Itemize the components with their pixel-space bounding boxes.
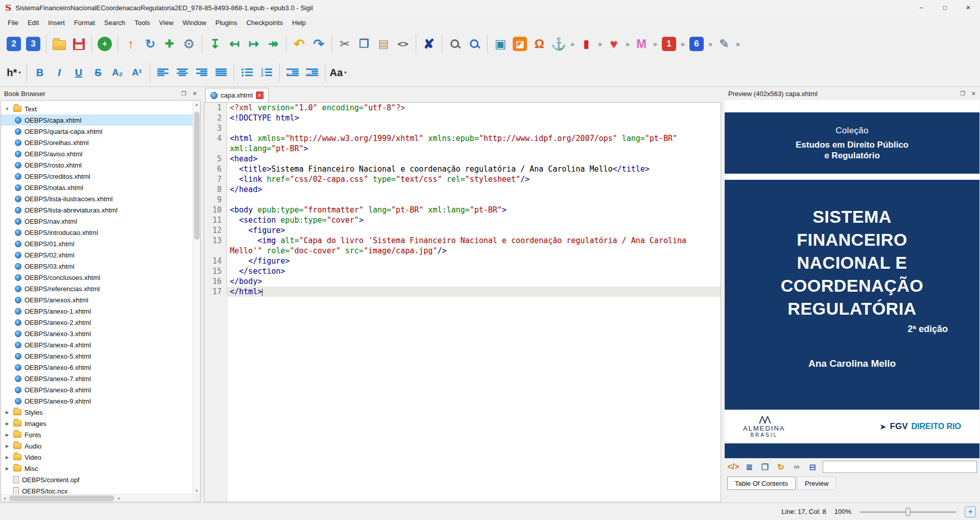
save-icon[interactable]	[69, 33, 88, 55]
menu-format[interactable]: Format	[69, 17, 100, 29]
toolbar-overflow-button[interactable]: »	[568, 40, 577, 48]
tree-item[interactable]: OEBPS/anexos.xhtml	[1, 294, 193, 305]
expand-arrow-icon[interactable]: ▶	[4, 455, 10, 460]
scroll-left-icon[interactable]: ◄	[1, 497, 8, 500]
tree-item[interactable]: OEBPS/anexo-2.xhtml	[1, 317, 193, 328]
toolbar-overflow-button[interactable]: »	[706, 40, 714, 48]
tree-item[interactable]: OEBPS/orelhas.xhtml	[1, 137, 193, 148]
tree-item[interactable]: OEBPS/anexo-3.xhtml	[1, 328, 193, 339]
change-case-button[interactable]: Aa▾	[328, 62, 348, 83]
code-line[interactable]: 14 </figure>	[204, 256, 721, 266]
tree-item[interactable]: OEBPS/aviso.xhtml	[1, 148, 193, 159]
code-editor[interactable]: 1<?xml version="1.0" encoding="utf-8"?>2…	[204, 102, 721, 502]
code-line[interactable]: 9	[204, 195, 721, 205]
preview-copy-icon[interactable]: ❐	[759, 461, 771, 473]
book-epub3-icon[interactable]: 3	[23, 33, 43, 55]
tree-item[interactable]: OEBPS/introducao.xhtml	[1, 227, 193, 238]
expand-arrow-icon[interactable]: ▶	[4, 466, 10, 471]
menu-tools[interactable]: Tools	[130, 17, 154, 29]
scroll-up-icon[interactable]: ▲	[193, 101, 200, 108]
tree-folder-video[interactable]: ▶Video	[1, 452, 193, 463]
tree-folder-images[interactable]: ▶Images	[1, 418, 193, 429]
tree-item[interactable]: OEBPS/anexo-5.xhtml	[1, 350, 193, 362]
tree-item[interactable]: OEBPS/rosto.xhtml	[1, 159, 193, 171]
bold-button[interactable]: B	[30, 62, 50, 83]
undo-icon[interactable]: ↶	[290, 33, 309, 55]
redo-icon[interactable]: ↷	[309, 33, 328, 55]
tree-item[interactable]: OEBPS/capa.xhtml	[1, 114, 193, 126]
tree-folder-audio[interactable]: ▶Audio	[1, 440, 193, 452]
tree-item[interactable]: OEBPS/content.opf	[1, 474, 193, 485]
tree-item[interactable]: OEBPS/anexo-4.xhtml	[1, 339, 193, 350]
toolbar-overflow-button[interactable]: »	[651, 40, 659, 48]
superscript-button[interactable]: A²	[127, 62, 147, 83]
split-all-markers-icon[interactable]: ↠	[264, 33, 283, 55]
menu-plugins[interactable]: Plugins	[211, 17, 242, 29]
code-line[interactable]: 5<head>	[204, 154, 721, 164]
outdent-button[interactable]: ←	[283, 62, 302, 83]
code-line[interactable]: 12 <figure>	[204, 225, 721, 235]
split-marker-right-icon[interactable]: ↦	[244, 33, 264, 55]
expand-arrow-icon[interactable]: ▶	[4, 433, 10, 437]
tab-capa-xhtml[interactable]: capa.xhtml ✕	[205, 88, 269, 102]
split-marker-left-icon[interactable]: ↤	[225, 33, 244, 55]
toolbar-overflow-button[interactable]: »	[679, 40, 687, 48]
special-character-icon[interactable]: Ω	[530, 33, 549, 55]
code-line[interactable]: 1<?xml version="1.0" encoding="utf-8"?>	[204, 103, 721, 113]
paste-icon[interactable]: ▤	[374, 33, 393, 55]
align-left-button[interactable]	[153, 62, 173, 83]
tree-item[interactable]: OEBPS/anexo-6.xhtml	[1, 362, 193, 373]
expand-arrow-icon[interactable]: ▶	[4, 421, 10, 426]
tree-item[interactable]: OEBPS/conclusoes.xhtml	[1, 272, 193, 283]
book-epub2-icon[interactable]: 2	[4, 33, 23, 55]
code-line[interactable]: 4<html xmlns="http://www.w3.org/1999/xht…	[204, 133, 721, 154]
menu-search[interactable]: Search	[100, 17, 130, 29]
zoom-in-icon[interactable]: +	[965, 506, 976, 517]
toolbar-overflow-button[interactable]: »	[596, 40, 604, 48]
tree-item[interactable]: OEBPS/03.xhtml	[1, 261, 193, 272]
reload-icon[interactable]: ↻	[140, 33, 160, 55]
code-line[interactable]: 13 <img alt="Capa do livro 'Sistema Fina…	[204, 235, 721, 256]
menu-insert[interactable]: Insert	[43, 17, 69, 29]
minimize-button[interactable]: –	[910, 0, 933, 15]
indent-button[interactable]: →	[302, 62, 322, 83]
heading-style-button[interactable]: h*▾	[4, 62, 23, 83]
find-icon[interactable]	[445, 33, 465, 55]
align-center-button[interactable]	[173, 62, 192, 83]
upgrade-arrow-icon[interactable]: ↑	[121, 33, 140, 55]
code-line[interactable]: 10<body epub:type="frontmatter" lang="pt…	[204, 205, 721, 215]
dock-float-icon[interactable]: ❐	[181, 90, 186, 97]
tree-horizontal-scrollbar[interactable]: ◄ ►	[1, 494, 193, 502]
tree-item[interactable]: OEBPS/lista-abreviaturas.xhtml	[1, 204, 193, 216]
underline-button[interactable]: U	[69, 62, 88, 83]
menu-file[interactable]: File	[3, 17, 23, 29]
scroll-down-icon[interactable]: ▼	[193, 487, 200, 494]
plugin-edit-icon[interactable]: ✎	[714, 33, 734, 55]
code-line[interactable]: 15 </section>	[204, 266, 721, 276]
numbered-list-button[interactable]: 123	[257, 62, 276, 83]
tree-item[interactable]: OEBPS/01.xhtml	[1, 238, 193, 249]
tree-folder-fonts[interactable]: ▶Fonts	[1, 429, 193, 440]
tree-item[interactable]: OEBPS/lista-ilustracoes.xhtml	[1, 193, 193, 204]
plugin-6-icon[interactable]: 6	[687, 33, 706, 55]
align-justify-button[interactable]	[211, 62, 231, 83]
settings-gear-icon[interactable]: ⚙	[179, 33, 199, 55]
split-at-cursor-icon[interactable]: ↧	[205, 33, 225, 55]
tree-vertical-scrollbar[interactable]: ▲ ▼	[193, 101, 200, 494]
preview-tab-preview[interactable]: Preview	[797, 477, 836, 490]
expand-arrow-icon[interactable]: ▶	[4, 444, 10, 448]
expand-arrow-icon[interactable]: ▼	[4, 107, 10, 111]
code-line[interactable]: 8</head>	[204, 184, 721, 195]
code-tags-icon[interactable]: <>	[393, 33, 413, 55]
scroll-right-icon[interactable]: ►	[115, 497, 123, 500]
menu-checkpoints[interactable]: Checkpoints	[242, 17, 288, 29]
strikethrough-button[interactable]: S	[88, 62, 108, 83]
code-line[interactable]: 3	[204, 123, 721, 133]
tree-item[interactable]: OEBPS/anexo-9.xhtml	[1, 395, 193, 407]
tree-item[interactable]: OEBPS/toc.ncx	[1, 485, 193, 494]
menu-edit[interactable]: Edit	[23, 17, 43, 29]
tree-item[interactable]: OEBPS/nav.xhtml	[1, 216, 193, 227]
align-right-button[interactable]	[192, 62, 211, 83]
dock-close-icon[interactable]: ✕	[193, 90, 197, 97]
scrollbar-thumb[interactable]	[194, 112, 200, 240]
